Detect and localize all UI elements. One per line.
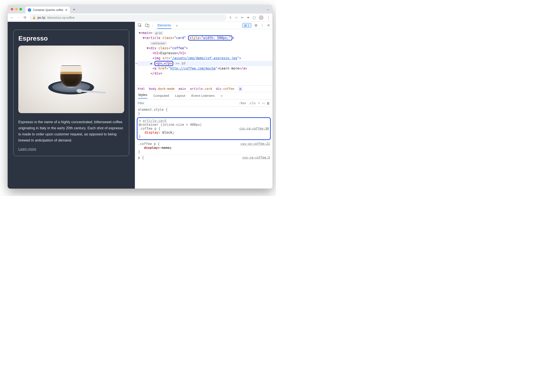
inspect-icon[interactable] (138, 23, 142, 28)
crumb-div[interactable]: div.coffee (216, 87, 234, 91)
close-window-button[interactable] (11, 8, 13, 10)
toolbar: ← → ⟳ 🔒 jec.fyi/demo/css-cq-coffee ⇪ ☆ ✂… (8, 14, 272, 22)
reload-button[interactable]: ⟳ (23, 15, 27, 20)
url-path: /demo/css-cq-coffee (47, 16, 75, 19)
p-highlight: <p>…</p> (154, 61, 173, 66)
minimize-window-button[interactable] (15, 8, 18, 10)
dom-breadcrumbs[interactable]: html body.dark-mode main article.card di… (135, 85, 272, 92)
issues-count: 1 (248, 24, 249, 27)
styles-filter-row: :hov .cls + ▭ ◧ (135, 99, 272, 107)
chrome-menu-button[interactable]: ⋮ (267, 15, 270, 20)
source-link-30[interactable]: css-cq-coffee:30 (239, 127, 269, 130)
styles-pane[interactable]: element.style { } → article.card @contai… (135, 107, 272, 189)
maximize-window-button[interactable] (19, 8, 22, 10)
new-tab-button[interactable]: + (71, 7, 77, 13)
element-style-rule[interactable]: element.style { } (135, 107, 272, 116)
toggle-sidebar-icon[interactable]: ◧ (267, 101, 270, 105)
more-tabs-button[interactable]: » (175, 22, 178, 28)
browser-window: Container Queries coffee ✕ + ⌄ ← → ⟳ 🔒 j… (8, 5, 272, 189)
url-host: jec.fyi (37, 16, 45, 19)
container-badge[interactable]: container (150, 42, 167, 45)
style-highlight: style="width: 500px;" (188, 35, 233, 41)
scissors-icon[interactable]: ✂ (241, 16, 244, 20)
learn-more-link[interactable]: Learn more (18, 147, 36, 151)
grid-badge[interactable]: grid (154, 31, 163, 35)
layout-tab[interactable]: Layout (175, 94, 185, 98)
dom-tree[interactable]: ▼<main>grid ▼<article class="card" style… (135, 29, 272, 85)
browser-tab[interactable]: Container Queries coffee ✕ (26, 7, 70, 14)
crumb-html[interactable]: html (138, 87, 145, 91)
window-controls (11, 8, 22, 10)
forward-button[interactable]: → (16, 16, 20, 20)
svg-rect-2 (147, 25, 149, 27)
styles-more-tabs[interactable]: » (221, 94, 223, 98)
tab-title: Container Queries coffee (33, 8, 63, 12)
crumb-p[interactable]: p (238, 87, 243, 91)
container-query-rule-highlight: → article.card @container (inline-size >… (137, 117, 271, 140)
styles-tab[interactable]: Styles (138, 93, 147, 98)
crumb-article[interactable]: article.card (190, 87, 212, 91)
event-listeners-tab[interactable]: Event Listeners (191, 94, 215, 98)
coffee-image (18, 46, 124, 113)
toolbar-actions: ⇪ ☆ ✂ ✦ ▢ ⋮ (229, 15, 270, 20)
new-style-rule-button[interactable]: + (258, 101, 260, 105)
favicon-icon (28, 8, 31, 12)
computed-tab[interactable]: Computed (153, 94, 169, 98)
close-devtools-button[interactable]: ✕ (267, 23, 270, 28)
address-bar[interactable]: 🔒 jec.fyi/demo/css-cq-coffee (29, 14, 226, 21)
content-area: Espresso Espresso is the name of a highl… (8, 22, 272, 189)
selected-dom-node[interactable]: ⋯ ▶ <p>…</p> == $0 (137, 61, 272, 66)
extensions-icon[interactable]: ✦ (247, 16, 250, 20)
coffee-card: Espresso Espresso is the name of a highl… (13, 30, 129, 156)
bookmark-icon[interactable]: ☆ (235, 16, 238, 20)
p-rule[interactable]: css-cq-coffee:3p { (135, 154, 272, 161)
styles-pane-icon[interactable]: ▭ (262, 101, 265, 105)
overridden-rule[interactable]: css-cq-coffee:21.coffee p { display: non… (135, 141, 272, 154)
profile-avatar[interactable] (259, 15, 264, 20)
devtools-toolbar: Elements » ▤ 1 ⚙ ⋮ ✕ (135, 22, 272, 29)
row-actions-icon[interactable]: ⋯ (136, 61, 137, 66)
issues-badge[interactable]: ▤ 1 (242, 23, 251, 28)
lock-icon: 🔒 (33, 16, 36, 19)
source-link-3[interactable]: css-cq-coffee:3 (242, 156, 270, 159)
crumb-body[interactable]: body.dark-mode (149, 87, 175, 91)
card-body: Espresso is the name of a highly concent… (18, 119, 124, 143)
message-icon: ▤ (244, 24, 247, 27)
device-toggle-icon[interactable] (145, 23, 150, 28)
tabs-menu-button[interactable]: ⌄ (267, 7, 269, 11)
close-tab-button[interactable]: ✕ (65, 8, 68, 12)
devtools-menu-icon[interactable]: ⋮ (260, 23, 264, 28)
cls-toggle[interactable]: .cls (248, 101, 256, 105)
devtools-panel: Elements » ▤ 1 ⚙ ⋮ ✕ ▼<main>grid ▼<artic… (135, 22, 272, 189)
styles-filter-input[interactable] (138, 101, 237, 105)
back-button[interactable]: ← (10, 16, 14, 20)
settings-icon[interactable]: ⚙ (254, 23, 258, 28)
elements-tab[interactable]: Elements (157, 22, 172, 29)
tab-strip: Container Queries coffee ✕ + ⌄ (8, 5, 272, 14)
card-title: Espresso (18, 35, 124, 42)
reading-list-icon[interactable]: ▢ (253, 16, 256, 20)
source-link-21[interactable]: css-cq-coffee:21 (240, 142, 270, 145)
hov-toggle[interactable]: :hov (239, 101, 246, 105)
styles-tabs: Styles Computed Layout Event Listeners » (135, 92, 272, 99)
rendered-page: Espresso Espresso is the name of a highl… (8, 22, 135, 189)
container-origin-link[interactable]: article.card (143, 119, 166, 123)
crumb-main[interactable]: main (179, 87, 186, 91)
share-icon[interactable]: ⇪ (229, 16, 232, 20)
